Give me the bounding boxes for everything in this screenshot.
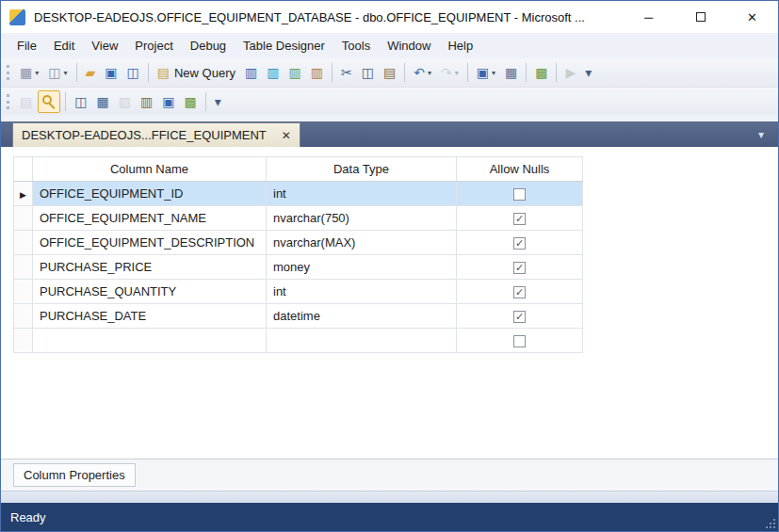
undo-button[interactable]: ↶▾	[410, 61, 435, 84]
column-properties-splitter[interactable]	[1, 491, 778, 503]
ssms-window: DESKTOP-EADEOJS.OFFICE_EQUIPMENT_DATABAS…	[0, 0, 779, 532]
row-selector[interactable]	[14, 231, 33, 255]
menu-item-help[interactable]: Help	[439, 33, 481, 58]
row-selector[interactable]: ▶	[14, 182, 33, 206]
menu-item-table-designer[interactable]: Table Designer	[235, 33, 333, 58]
data-type-cell[interactable]: int	[267, 182, 457, 206]
minimize-button[interactable]: ─	[623, 1, 674, 33]
allow-nulls-cell: ✓	[457, 231, 583, 255]
row-selector[interactable]	[14, 280, 33, 304]
manage-xml-indexes-button[interactable]: ▥	[137, 90, 156, 113]
primary-key-icon	[41, 94, 57, 109]
data-type-cell[interactable]: int	[267, 280, 457, 304]
save-button[interactable]: ▣	[101, 61, 121, 84]
relationships-button[interactable]: ◫	[71, 90, 90, 113]
menu-item-tools[interactable]: Tools	[333, 33, 379, 58]
toolbar-separator	[148, 63, 149, 82]
allow-nulls-header[interactable]: Allow Nulls	[457, 157, 583, 182]
generate-change-script-button[interactable]: ▤	[16, 90, 36, 113]
add-item-dropdown-button[interactable]: ▦▾	[16, 61, 42, 84]
xmla-query-button[interactable]: ▥	[307, 61, 327, 84]
maximize-button[interactable]	[674, 1, 726, 33]
dropdown-caret-icon[interactable]: ▾	[428, 69, 431, 77]
titlebar[interactable]: DESKTOP-EADEOJS.OFFICE_EQUIPMENT_DATABAS…	[1, 1, 778, 33]
database-engine-query-button[interactable]: ▥	[241, 61, 261, 84]
menu-item-edit[interactable]: Edit	[45, 33, 83, 58]
toolbar-drag-grip[interactable]	[7, 94, 10, 109]
column-name-cell[interactable]: OFFICE_EQUIPMENT_NAME	[33, 206, 267, 231]
allow-nulls-checkbox[interactable]: ✓	[513, 311, 526, 323]
allow-nulls-checkbox[interactable]	[513, 188, 526, 201]
manage-indexes-keys-button[interactable]: ▦	[92, 90, 112, 113]
resize-grip[interactable]	[765, 518, 776, 529]
column-name-cell[interactable]: OFFICE_EQUIPMENT_DESCRIPTION	[33, 231, 267, 255]
row-selector[interactable]	[14, 206, 33, 231]
allow-nulls-checkbox[interactable]: ✓	[513, 213, 526, 225]
copy-button[interactable]: ◫	[358, 61, 378, 84]
allow-nulls-checkbox[interactable]	[513, 335, 526, 347]
column-name-cell[interactable]: PURCHASE_QUANTITY	[33, 280, 267, 304]
column-name-cell[interactable]: PURCHASE_PRICE	[33, 255, 267, 280]
menu-item-file[interactable]: File	[8, 33, 45, 58]
allow-nulls-checkbox[interactable]: ✓	[513, 286, 526, 298]
toolbar-separator	[526, 63, 527, 82]
toolbar-overflow-button[interactable]: ▾	[581, 61, 595, 84]
close-button[interactable]: ✕	[726, 1, 778, 33]
check-constraints-button[interactable]: ▣	[158, 90, 178, 113]
spatial-indexes-icon: ▩	[184, 95, 196, 108]
set-primary-key-button[interactable]	[38, 90, 60, 113]
column-name-cell[interactable]	[33, 329, 267, 353]
allow-nulls-checkbox[interactable]: ✓	[513, 237, 526, 250]
menu-item-window[interactable]: Window	[379, 33, 439, 58]
window-controls: ─ ✕	[623, 1, 778, 33]
toolbar-separator	[404, 63, 405, 82]
redo-button[interactable]: ↷▾	[437, 61, 463, 84]
dropdown-caret-icon[interactable]: ▾	[492, 69, 495, 77]
dropdown-caret-icon[interactable]: ▾	[63, 69, 67, 77]
dropdown-caret-icon[interactable]: ▾	[35, 69, 39, 77]
data-type-header[interactable]: Data Type	[267, 157, 457, 182]
open-file-button[interactable]: ▰	[82, 61, 100, 84]
column-name-cell[interactable]: PURCHASE_DATE	[33, 304, 267, 329]
dropdown-caret-icon[interactable]: ▾	[455, 69, 459, 77]
status-bar: Ready	[1, 503, 778, 531]
script-dropdown-icon: ▣	[477, 66, 489, 79]
cut-button[interactable]: ✂	[337, 61, 356, 84]
data-type-cell[interactable]: datetime	[267, 304, 457, 329]
menu-item-debug[interactable]: Debug	[182, 33, 235, 58]
row-selector[interactable]	[14, 304, 33, 329]
data-type-cell[interactable]	[267, 329, 457, 353]
spatial-indexes-button[interactable]: ▩	[180, 90, 200, 113]
save-all-button[interactable]: ◫	[123, 61, 143, 84]
script-dropdown-button[interactable]: ▣▾	[473, 61, 499, 84]
current-row-pointer-icon: ▶	[20, 190, 26, 200]
menu-item-view[interactable]: View	[83, 33, 126, 58]
active-files-dropdown-icon[interactable]: ▾	[758, 128, 764, 141]
data-type-cell[interactable]: nvarchar(750)	[267, 206, 457, 231]
execute-button[interactable]: ▶	[561, 61, 579, 84]
data-type-cell[interactable]: money	[267, 255, 457, 280]
toolbar-separator	[332, 63, 333, 82]
file-list-dropdown-button[interactable]: ◫▾	[44, 61, 71, 84]
row-selector[interactable]	[14, 329, 33, 353]
menu-item-project[interactable]: Project	[126, 33, 181, 58]
fulltext-index-button[interactable]: ▨	[115, 90, 135, 113]
paste-button[interactable]: ▤	[380, 61, 399, 84]
toolbar-overflow-button[interactable]: ▾	[211, 90, 225, 113]
execute-icon: ▶	[565, 66, 576, 79]
mdx-query-button[interactable]: ▥	[284, 61, 304, 84]
column-properties-tab[interactable]: Column Properties	[13, 463, 136, 487]
analysis-services-query-button[interactable]: ▥	[263, 61, 283, 84]
properties-window-button[interactable]: ▦	[501, 61, 521, 84]
new-query-button[interactable]: ▤New Query	[154, 61, 239, 84]
file-list-dropdown-icon: ◫	[48, 66, 60, 79]
row-selector[interactable]	[14, 255, 33, 280]
column-name-cell[interactable]: OFFICE_EQUIPMENT_ID	[33, 182, 267, 206]
tab-close-icon[interactable]: ✕	[282, 129, 291, 142]
allow-nulls-checkbox[interactable]: ✓	[513, 262, 526, 274]
toolbar-drag-grip[interactable]	[7, 65, 10, 80]
document-tab[interactable]: DESKTOP-EADEOJS...FFICE_EQUIPMENT ✕	[12, 122, 300, 147]
activity-monitor-button[interactable]: ▩	[531, 61, 551, 84]
data-type-cell[interactable]: nvarchar(MAX)	[267, 231, 457, 255]
column-name-header[interactable]: Column Name	[33, 157, 267, 182]
